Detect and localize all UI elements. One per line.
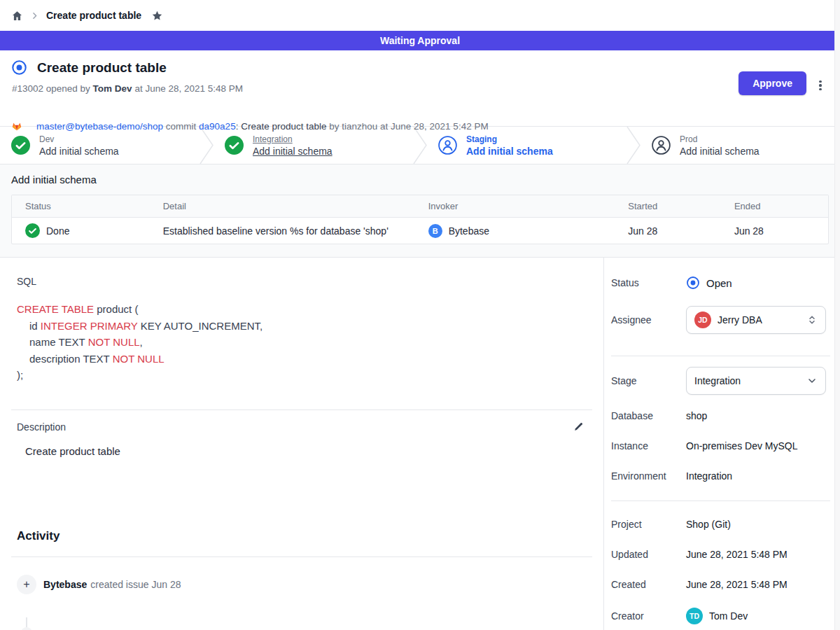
col-status: Status: [12, 201, 163, 211]
issue-title: Create product table: [37, 60, 167, 76]
issue-sidebar: Status Open Assignee JD Jerry DBA: [603, 258, 840, 630]
task-invoker: Bytebase: [449, 225, 489, 237]
creator-avatar: TD: [686, 608, 703, 624]
scrollbar-track[interactable]: [834, 0, 840, 630]
activity-item: + Bytebasecreated issue Jun 28: [17, 575, 603, 594]
issue-meta: #13002 opened by Tom Dev at June 28, 202…: [12, 83, 829, 94]
project-label: Project: [611, 519, 686, 530]
status-open-icon: [686, 276, 700, 290]
task-table-header: Status Detail Invoker Started Ended: [12, 195, 828, 218]
stage-label: Stage: [611, 375, 686, 386]
sidebar-divider: [611, 356, 830, 356]
assignee-select[interactable]: JD Jerry DBA: [686, 306, 826, 334]
assignee-avatar: JD: [694, 312, 711, 328]
issue-id-opened: #13002 opened by: [12, 83, 93, 94]
sql-text: ,: [140, 336, 143, 348]
sql-section-label: SQL: [17, 276, 603, 287]
stage-select[interactable]: Integration: [686, 367, 826, 395]
col-started: Started: [628, 201, 734, 211]
task-ended: Jun 28: [734, 225, 828, 237]
description-content: Create product table: [17, 445, 603, 457]
home-icon[interactable]: [11, 10, 23, 22]
assignee-label: Assignee: [611, 314, 686, 326]
created-value: June 28, 2021 5:48 PM: [686, 579, 788, 590]
creator-label: Creator: [611, 610, 686, 622]
activity-heading: Activity: [17, 529, 603, 543]
sql-text: description TEXT: [29, 353, 113, 365]
database-label: Database: [611, 410, 686, 421]
select-updown-icon: [806, 314, 818, 326]
assignee-value: Jerry DBA: [718, 314, 800, 326]
commit-info: master@bytebase-demo/shop commit da90a25…: [11, 99, 829, 153]
issue-detail-panel: SQL CREATE TABLE product ( id INTEGER PR…: [0, 258, 603, 630]
environment-label: Environment: [611, 470, 686, 482]
col-ended: Ended: [734, 201, 828, 211]
issue-author: Tom Dev: [93, 83, 132, 94]
created-label: Created: [611, 579, 686, 590]
creator-value: Tom Dev: [709, 610, 748, 622]
task-section-heading: Add initial schema: [11, 174, 829, 186]
environment-value: Integration: [686, 470, 732, 482]
sql-keyword: NOT NULL: [88, 336, 140, 348]
col-detail: Detail: [163, 201, 428, 211]
sql-text: name TEXT: [29, 336, 88, 348]
commit-hash-link[interactable]: da90a25: [199, 121, 236, 132]
commit-message: : Create product table: [236, 121, 327, 132]
commit-label: commit: [163, 121, 199, 132]
updated-label: Updated: [611, 549, 686, 560]
bytebase-issue-page: Create product table Waiting Approval Cr…: [0, 0, 840, 630]
task-started: Jun 28: [628, 225, 734, 237]
commit-by: by tianzhou at June 28, 2021 5:42 PM: [326, 121, 488, 132]
status-label: Status: [611, 277, 686, 288]
approval-banner: Waiting Approval: [0, 31, 840, 50]
sql-text: product (: [94, 303, 138, 315]
plus-icon: +: [17, 575, 36, 594]
updated-value: June 28, 2021 5:48 PM: [686, 549, 788, 560]
task-table: Status Detail Invoker Started Ended Done…: [11, 195, 829, 244]
sql-statement: CREATE TABLE product ( id INTEGER PRIMAR…: [17, 301, 603, 384]
chevron-down-icon: [806, 375, 818, 386]
issue-header: Create product table #13002 opened by To…: [0, 50, 840, 126]
activity-actor: Bytebase: [43, 579, 87, 590]
sql-keyword: CREATE TABLE: [17, 303, 94, 315]
description-label: Description: [17, 421, 66, 433]
database-value: shop: [686, 410, 707, 421]
issue-opened-at: at June 28, 2021 5:48 PM: [132, 83, 243, 94]
gitlab-icon: [11, 99, 32, 153]
edit-pencil-icon[interactable]: [573, 421, 584, 433]
task-detail: Established baseline version %s for data…: [163, 225, 428, 237]
sql-text: KEY AUTO_INCREMENT,: [137, 320, 262, 332]
favorite-star-icon[interactable]: [151, 10, 163, 22]
repo-branch-link[interactable]: master@bytebase-demo/shop: [36, 121, 163, 132]
section-divider: [11, 556, 592, 557]
instance-label: Instance: [611, 440, 686, 451]
sql-keyword: INTEGER PRIMARY: [41, 320, 138, 332]
task-section: Add initial schema Status Detail Invoker…: [0, 164, 840, 258]
instance-value: On-premises Dev MySQL: [686, 440, 797, 451]
issue-open-icon: [11, 59, 27, 76]
task-status: Done: [46, 225, 69, 237]
task-done-icon: [25, 223, 40, 238]
breadcrumb-page-title: Create product table: [46, 10, 141, 21]
sidebar-divider: [611, 500, 830, 501]
sql-keyword: NOT NULL: [113, 353, 164, 365]
approve-button[interactable]: Approve: [738, 71, 806, 95]
sql-text: );: [17, 369, 23, 381]
col-invoker: Invoker: [428, 201, 629, 211]
section-divider: [11, 410, 592, 410]
activity-action: created issue Jun 28: [90, 579, 181, 590]
project-value: Shop (Git): [686, 519, 731, 530]
activity-next-node: [21, 627, 32, 630]
task-row[interactable]: Done Established baseline version %s for…: [12, 218, 828, 244]
invoker-avatar: B: [428, 224, 442, 238]
status-value: Open: [706, 277, 732, 289]
sql-text: id: [29, 320, 41, 332]
stage-value: Integration: [694, 375, 800, 386]
more-actions-icon[interactable]: [815, 78, 826, 93]
breadcrumb: Create product table: [0, 0, 840, 31]
chevron-right-icon: [30, 11, 39, 20]
